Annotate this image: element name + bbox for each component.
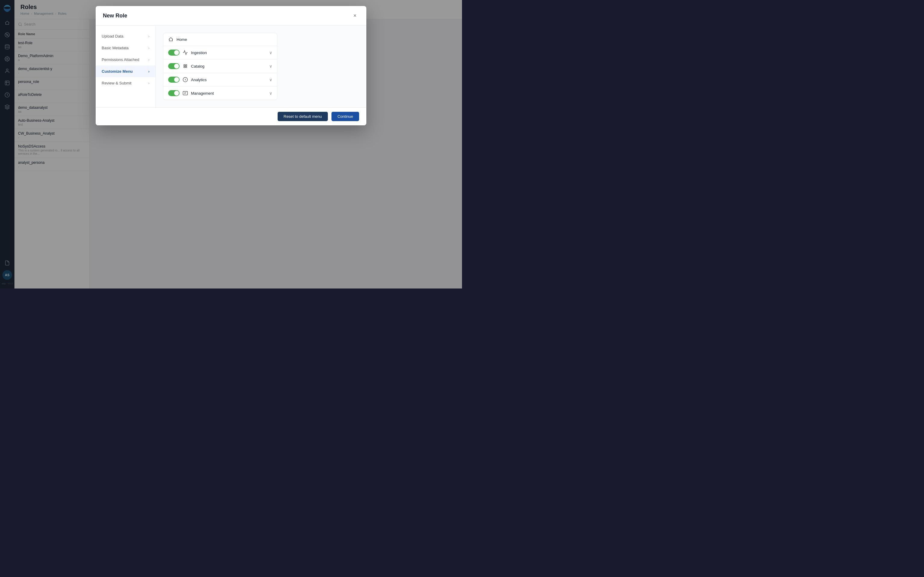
- modal-close-button[interactable]: ×: [351, 11, 359, 20]
- continue-button[interactable]: Continue: [331, 112, 359, 121]
- menu-item-label: Catalog: [191, 64, 266, 69]
- wizard-content: Home Ingestion ∨ Catalog ∨: [156, 26, 366, 107]
- wizard-step-label: Review & Submit: [102, 81, 148, 85]
- modal-overlay: New Role × Upload Data › Basic Metadata …: [0, 0, 462, 288]
- menu-item-management: Management ∨: [163, 87, 277, 100]
- chevron-down-icon[interactable]: ∨: [269, 91, 272, 95]
- chevron-down-icon[interactable]: ∨: [269, 64, 272, 69]
- modal-header: New Role ×: [96, 6, 366, 26]
- toggle-slider: [168, 90, 179, 96]
- menu-toggle-analytics[interactable]: [168, 77, 179, 83]
- wizard-step-metadata[interactable]: Basic Metadata ›: [96, 42, 155, 54]
- menu-toggle-catalog[interactable]: [168, 63, 179, 69]
- home-icon: [168, 37, 174, 42]
- catalog-icon: [183, 63, 188, 69]
- wizard-step-label: Basic Metadata: [102, 46, 148, 50]
- menu-item-label: Home: [176, 37, 272, 42]
- wizard-step-upload[interactable]: Upload Data ›: [96, 31, 155, 42]
- wizard-step-label: Customize Menu: [102, 69, 148, 74]
- toggle-slider: [168, 63, 179, 69]
- svg-point-7: [184, 64, 185, 66]
- chevron-right-icon: ›: [148, 69, 150, 74]
- wizard-step-review[interactable]: Review & Submit ›: [96, 77, 155, 89]
- wizard-step-label: Permissions Attached: [102, 57, 148, 62]
- chevron-down-icon[interactable]: ∨: [269, 50, 272, 55]
- modal-title: New Role: [103, 13, 127, 19]
- menu-item-label: Management: [191, 91, 266, 95]
- toggle-slider: [168, 77, 179, 83]
- menu-panel: Home Ingestion ∨ Catalog ∨: [163, 33, 277, 100]
- wizard-step-permissions[interactable]: Permissions Attached ›: [96, 54, 155, 66]
- app-shell: AS adp · V2.2 Roles Home › Management › …: [0, 0, 462, 288]
- menu-item-home: Home: [163, 33, 277, 46]
- menu-toggle-management[interactable]: [168, 90, 179, 96]
- svg-point-9: [184, 66, 185, 68]
- wizard-step-customize[interactable]: Customize Menu ›: [96, 66, 155, 77]
- menu-item-catalog: Catalog ∨: [163, 60, 277, 73]
- management-icon: [183, 90, 188, 96]
- reset-menu-button[interactable]: Reset to default menu: [278, 112, 328, 121]
- menu-toggle-ingestion[interactable]: [168, 50, 179, 56]
- chevron-right-icon: ›: [148, 81, 150, 85]
- svg-point-10: [186, 66, 187, 68]
- modal-body: Upload Data › Basic Metadata › Permissio…: [96, 26, 366, 107]
- modal-footer: Reset to default menu Continue: [96, 107, 366, 125]
- chevron-right-icon: ›: [148, 34, 150, 39]
- menu-item-label: Analytics: [191, 77, 266, 82]
- svg-point-8: [186, 64, 187, 66]
- new-role-modal: New Role × Upload Data › Basic Metadata …: [96, 6, 366, 125]
- toggle-slider: [168, 50, 179, 56]
- wizard-step-label: Upload Data: [102, 34, 148, 39]
- menu-item-ingestion: Ingestion ∨: [163, 46, 277, 60]
- svg-rect-12: [183, 91, 188, 95]
- chevron-right-icon: ›: [148, 58, 150, 62]
- menu-item-label: Ingestion: [191, 50, 266, 55]
- chevron-down-icon[interactable]: ∨: [269, 77, 272, 82]
- ingestion-icon: [183, 50, 188, 55]
- analytics-icon: [183, 77, 188, 82]
- chevron-right-icon: ›: [148, 46, 150, 50]
- wizard-steps: Upload Data › Basic Metadata › Permissio…: [96, 26, 156, 107]
- menu-item-analytics: Analytics ∨: [163, 73, 277, 87]
